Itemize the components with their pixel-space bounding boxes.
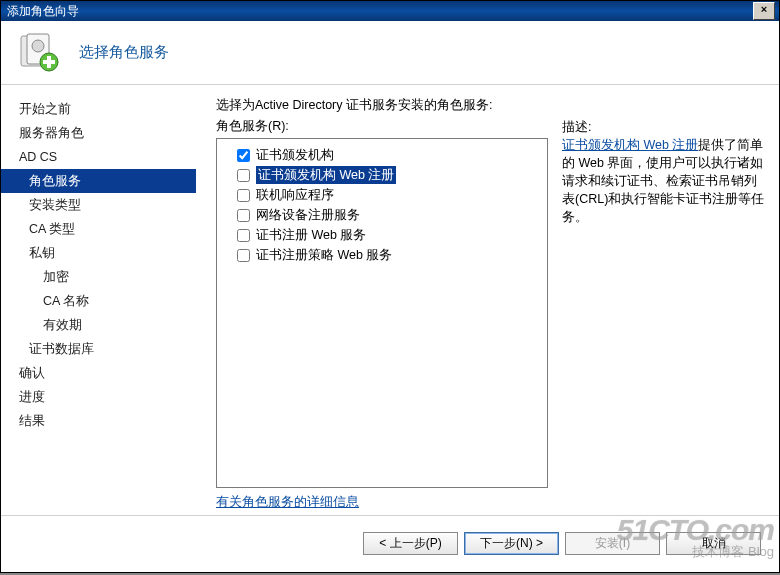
- role-item-2[interactable]: 联机响应程序: [223, 185, 541, 205]
- window-title: 添加角色向导: [7, 3, 753, 20]
- role-label-4: 证书注册 Web 服务: [256, 226, 366, 244]
- next-button[interactable]: 下一步(N) >: [464, 532, 559, 555]
- nav-item-11[interactable]: 确认: [1, 361, 196, 385]
- role-item-0[interactable]: 证书颁发机构: [223, 145, 541, 165]
- nav-item-5[interactable]: CA 类型: [1, 217, 196, 241]
- role-label-2: 联机响应程序: [256, 186, 334, 204]
- nav-item-3[interactable]: 角色服务: [1, 169, 196, 193]
- role-item-5[interactable]: 证书注册策略 Web 服务: [223, 245, 541, 265]
- role-label-1: 证书颁发机构 Web 注册: [256, 166, 396, 184]
- description-heading: 描述:: [562, 118, 769, 136]
- svg-point-2: [32, 40, 44, 52]
- wizard-icon: [19, 32, 61, 74]
- role-checkbox-4[interactable]: [237, 229, 250, 242]
- description-panel: 描述: 证书颁发机构 Web 注册提供了简单的 Web 界面，使用户可以执行诸如…: [548, 118, 769, 511]
- nav-item-0[interactable]: 开始之前: [1, 97, 196, 121]
- roles-label: 角色服务(R):: [216, 118, 548, 135]
- body: 开始之前服务器角色AD CS角色服务安装类型CA 类型私钥加密CA 名称有效期证…: [1, 85, 779, 515]
- role-checkbox-2[interactable]: [237, 189, 250, 202]
- role-checkbox-3[interactable]: [237, 209, 250, 222]
- page-title: 选择角色服务: [79, 43, 169, 62]
- details-link[interactable]: 有关角色服务的详细信息: [216, 494, 359, 511]
- nav-sidebar: 开始之前服务器角色AD CS角色服务安装类型CA 类型私钥加密CA 名称有效期证…: [1, 85, 196, 515]
- nav-item-6[interactable]: 私钥: [1, 241, 196, 265]
- role-item-3[interactable]: 网络设备注册服务: [223, 205, 541, 225]
- roles-listbox[interactable]: 证书颁发机构证书颁发机构 Web 注册联机响应程序网络设备注册服务证书注册 We…: [216, 138, 548, 488]
- prompt-text: 选择为Active Directory 证书服务安装的角色服务:: [216, 97, 769, 114]
- header: 选择角色服务: [1, 21, 779, 85]
- role-item-1[interactable]: 证书颁发机构 Web 注册: [223, 165, 541, 185]
- role-checkbox-1[interactable]: [237, 169, 250, 182]
- install-button: 安装(I): [565, 532, 660, 555]
- role-label-5: 证书注册策略 Web 服务: [256, 246, 392, 264]
- description-link[interactable]: 证书颁发机构 Web 注册: [562, 138, 698, 152]
- role-label-0: 证书颁发机构: [256, 146, 334, 164]
- nav-item-2[interactable]: AD CS: [1, 145, 196, 169]
- nav-item-12[interactable]: 进度: [1, 385, 196, 409]
- nav-item-4[interactable]: 安装类型: [1, 193, 196, 217]
- prev-button[interactable]: < 上一步(P): [363, 532, 458, 555]
- nav-item-13[interactable]: 结果: [1, 409, 196, 433]
- nav-item-7[interactable]: 加密: [1, 265, 196, 289]
- titlebar: 添加角色向导 ×: [1, 1, 779, 21]
- role-checkbox-0[interactable]: [237, 149, 250, 162]
- nav-item-9[interactable]: 有效期: [1, 313, 196, 337]
- role-checkbox-5[interactable]: [237, 249, 250, 262]
- main-panel: 选择为Active Directory 证书服务安装的角色服务: 角色服务(R)…: [196, 85, 779, 515]
- nav-item-10[interactable]: 证书数据库: [1, 337, 196, 361]
- wizard-window: 添加角色向导 × 选择角色服务 开始之前服务器角色AD CS角色服务安装类型CA…: [0, 0, 780, 573]
- nav-item-1[interactable]: 服务器角色: [1, 121, 196, 145]
- footer: < 上一步(P) 下一步(N) > 安装(I) 取消: [1, 515, 779, 571]
- role-label-3: 网络设备注册服务: [256, 206, 360, 224]
- close-button[interactable]: ×: [753, 2, 775, 20]
- description-body: 证书颁发机构 Web 注册提供了简单的 Web 界面，使用户可以执行诸如请求和续…: [562, 136, 769, 226]
- nav-item-8[interactable]: CA 名称: [1, 289, 196, 313]
- svg-rect-5: [43, 60, 55, 64]
- cancel-button[interactable]: 取消: [666, 532, 761, 555]
- role-item-4[interactable]: 证书注册 Web 服务: [223, 225, 541, 245]
